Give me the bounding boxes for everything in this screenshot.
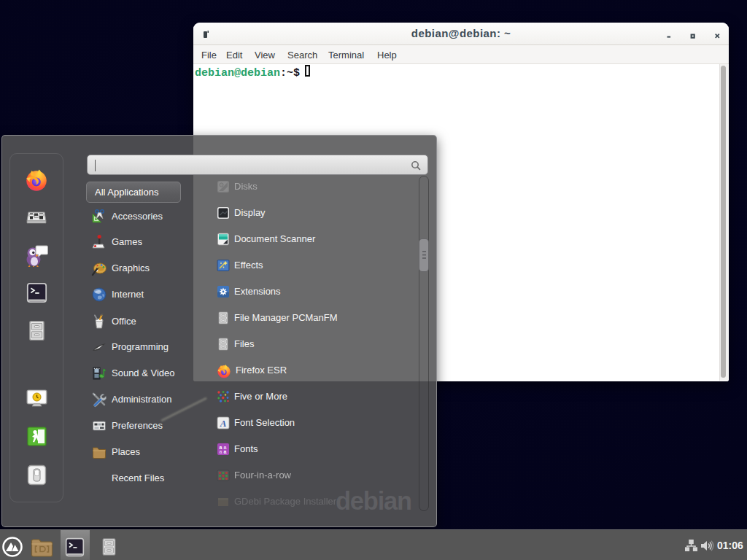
svg-text:a: a [220,449,222,454]
svg-text:A: A [220,418,227,429]
svg-text:a: a [224,449,227,454]
